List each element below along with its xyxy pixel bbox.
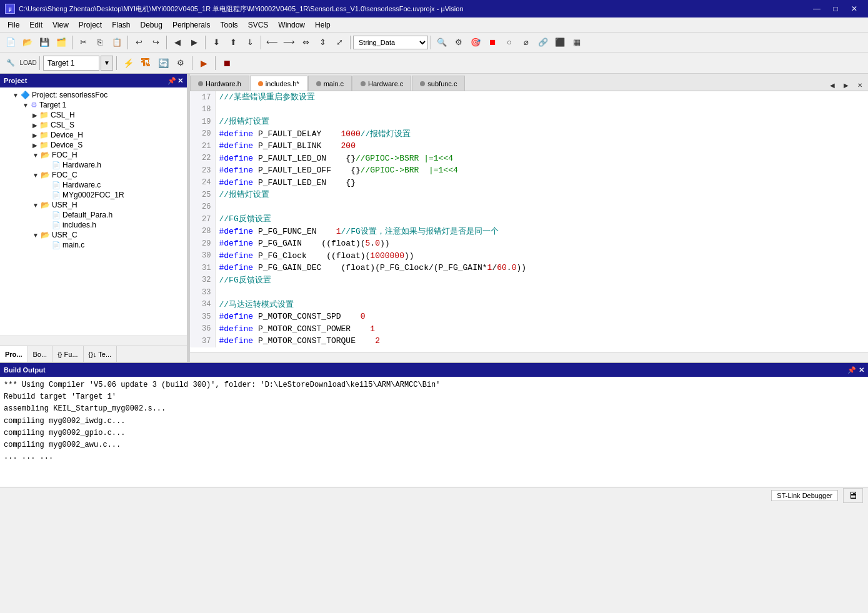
tree-myg0002foc[interactable]: 📄 MYg0002FOC_1R xyxy=(0,190,187,200)
line-content[interactable]: #define P_MOTOR_CONST_SPD 0 xyxy=(215,311,868,323)
menu-file[interactable]: File xyxy=(2,19,24,31)
menu-debug[interactable]: Debug xyxy=(136,19,167,31)
code-editor[interactable]: 17///某些错误重启参数设置18 19//报错灯设置20#define P_F… xyxy=(190,91,868,352)
line-content[interactable]: #define P_FG_FUNC_EN 1//FG设置，注意如果与报错灯是否是… xyxy=(215,226,868,238)
tree-device-s[interactable]: ▶ 📁 Device_S xyxy=(0,140,187,150)
target-dropdown[interactable]: ▼ xyxy=(101,56,113,71)
tool2-button[interactable]: 🎯 xyxy=(467,34,484,51)
tool4-button[interactable]: ○ xyxy=(501,34,517,51)
line-content[interactable]: #define P_FAULT_BLINK 200 xyxy=(215,140,868,152)
open-button[interactable]: 📂 xyxy=(19,34,36,51)
line-content[interactable]: #define P_FAULT_DELAY 1000//报错灯设置 xyxy=(215,128,868,141)
tree-foc-c[interactable]: ▼ 📂 FOC_C xyxy=(0,170,187,180)
cut-button[interactable]: ✂ xyxy=(75,34,91,51)
indent-left-button[interactable]: ⟵ xyxy=(264,34,280,51)
line-content[interactable]: #define P_FG_GAIN ((float)(5.0)) xyxy=(215,237,868,250)
menu-edit[interactable]: Edit xyxy=(24,19,47,31)
menu-flash[interactable]: Flash xyxy=(107,19,135,31)
tool7-button[interactable]: ⬛ xyxy=(552,34,568,51)
line-content[interactable]: //马达运转模式设置 xyxy=(215,299,868,311)
menu-view[interactable]: View xyxy=(47,19,74,31)
tab-scroll-right[interactable]: ▶ xyxy=(841,79,852,91)
line-content[interactable]: #define P_MOTOR_CONST_POWER 1 xyxy=(215,323,868,336)
line-content[interactable]: //FG反馈设置 xyxy=(215,213,868,226)
build-close-button[interactable]: ✕ xyxy=(859,366,864,374)
line-content[interactable]: #define P_FG_GAIN_DEC (float)(P_FG_Clock… xyxy=(215,262,868,274)
build-output-content[interactable]: *** Using Compiler 'V5.06 update 3 (buil… xyxy=(0,377,868,487)
minimize-button[interactable]: — xyxy=(808,2,826,15)
build-pin-button[interactable]: 📌 xyxy=(847,366,856,374)
close-button[interactable]: ✕ xyxy=(846,2,863,15)
tree-default-para[interactable]: 📄 Default_Para.h xyxy=(0,210,187,220)
panel-tab-project[interactable]: Pro... xyxy=(0,346,28,362)
tab-hardware-h[interactable]: Hardware.h xyxy=(190,76,249,91)
menu-help[interactable]: Help xyxy=(310,19,336,31)
tree-foc-h[interactable]: ▼ 📂 FOC_H xyxy=(0,150,187,160)
back-button[interactable]: ◀ xyxy=(169,34,186,51)
align-mid-button[interactable]: ⇔ xyxy=(297,34,314,51)
copy-button[interactable]: ⎘ xyxy=(92,34,108,51)
line-content[interactable]: #define P_FAULT_LED_ON {}//GPIOC->BSRR |… xyxy=(215,152,868,165)
menu-svcs[interactable]: SVCS xyxy=(243,19,274,31)
save-button[interactable]: 💾 xyxy=(36,34,52,51)
string-data-select[interactable]: String_Data xyxy=(353,36,428,49)
line-content[interactable]: #define P_FAULT_LED_OFF {}//GPIOC->BRR |… xyxy=(215,164,868,177)
insert-button[interactable]: ⬇ xyxy=(208,34,224,51)
tree-csl-h[interactable]: ▶ 📁 CSL_H xyxy=(0,110,187,120)
line-content[interactable]: #define P_FG_Clock ((float)(1000000)) xyxy=(215,250,868,262)
load-button[interactable]: LOAD xyxy=(20,55,36,71)
paste-button[interactable]: 📋 xyxy=(109,34,125,51)
tab-main-c[interactable]: main.c xyxy=(308,76,352,91)
tree-hardware-h[interactable]: 📄 Hardware.h xyxy=(0,160,187,170)
tree-includes-h[interactable]: 📄 includes.h xyxy=(0,220,187,230)
line-content[interactable]: #define P_MOTOR_CONST_TORQUE 2 xyxy=(215,335,868,347)
menu-peripherals[interactable]: Peripherals xyxy=(167,19,216,31)
line-content[interactable]: //报错灯设置 xyxy=(215,189,868,201)
maximize-button[interactable]: □ xyxy=(827,2,844,15)
line-content[interactable] xyxy=(215,286,868,299)
tab-includes-h[interactable]: includes.h* xyxy=(250,76,307,91)
menu-project[interactable]: Project xyxy=(74,19,107,31)
panel-pin-button[interactable]: 📌 xyxy=(167,77,176,85)
tab-hardware-c[interactable]: Hardware.c xyxy=(352,76,411,91)
panel-close-button[interactable]: ✕ xyxy=(177,77,183,85)
new-button[interactable]: 📄 xyxy=(2,34,19,51)
tool6-button[interactable]: 🔗 xyxy=(535,34,551,51)
horizontal-scrollbar[interactable] xyxy=(190,352,868,362)
target-settings-button[interactable]: 🔧 xyxy=(2,55,19,71)
tool3-button[interactable]: ⏹ xyxy=(484,34,501,51)
tool5-button[interactable]: ⌀ xyxy=(518,34,534,51)
tab-scroll-left[interactable]: ◀ xyxy=(827,79,838,91)
translate-button[interactable]: ⚡ xyxy=(120,55,136,71)
insert2-button[interactable]: ⬆ xyxy=(225,34,241,51)
panel-tab-books[interactable]: Bo... xyxy=(28,346,53,362)
tab-subfunc-c[interactable]: subfunc.c xyxy=(412,76,465,91)
tree-project-root[interactable]: ▼ 🔷 Project: sensorlessFoc xyxy=(0,90,187,100)
batch-build-button[interactable]: ⚙ xyxy=(172,55,189,71)
grid-button[interactable]: ▦ xyxy=(569,34,585,51)
forward-button[interactable]: ▶ xyxy=(186,34,202,51)
stop-button[interactable]: ⏹ xyxy=(219,55,235,71)
rebuild-button[interactable]: 🔄 xyxy=(155,55,171,71)
line-content[interactable]: ///某些错误重启参数设置 xyxy=(215,91,868,104)
tree-usr-c[interactable]: ▼ 📂 USR_C xyxy=(0,230,187,240)
menu-window[interactable]: Window xyxy=(273,19,310,31)
debug-button[interactable]: ▶ xyxy=(196,55,212,71)
panel-tab-templates[interactable]: {}↓ Te... xyxy=(84,346,117,362)
line-content[interactable]: //报错灯设置 xyxy=(215,116,868,128)
tree-main-c[interactable]: 📄 main.c xyxy=(0,240,187,250)
panel-tab-functions[interactable]: {} Fu... xyxy=(52,346,83,362)
project-hscroll[interactable] xyxy=(0,336,187,346)
indent-right-button[interactable]: ⟶ xyxy=(281,34,297,51)
redo-button[interactable]: ↪ xyxy=(147,34,164,51)
tree-hardware-c[interactable]: 📄 Hardware.c xyxy=(0,180,187,190)
insert3-button[interactable]: ⇓ xyxy=(242,34,258,51)
undo-button[interactable]: ↩ xyxy=(131,34,147,51)
line-content[interactable]: #define P_FAULT_LED_EN {} xyxy=(215,177,868,189)
line-content[interactable]: //FG反馈设置 xyxy=(215,274,868,287)
align-mid3-button[interactable]: ⤢ xyxy=(331,34,347,51)
menu-tools[interactable]: Tools xyxy=(216,19,243,31)
line-content[interactable] xyxy=(215,104,868,116)
tree-csl-s[interactable]: ▶ 📁 CSL_S xyxy=(0,120,187,130)
save-all-button[interactable]: 🗂️ xyxy=(53,34,69,51)
